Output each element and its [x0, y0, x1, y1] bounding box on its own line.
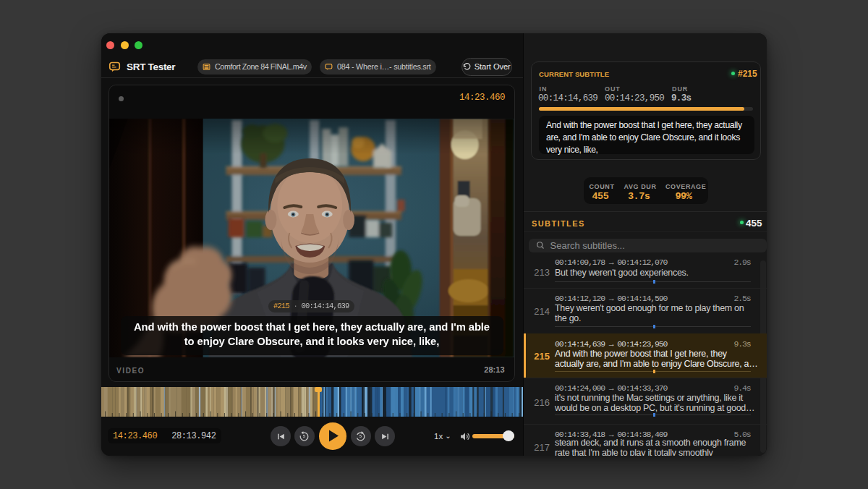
svg-text:5: 5	[303, 434, 305, 438]
svg-text:5: 5	[359, 434, 362, 438]
